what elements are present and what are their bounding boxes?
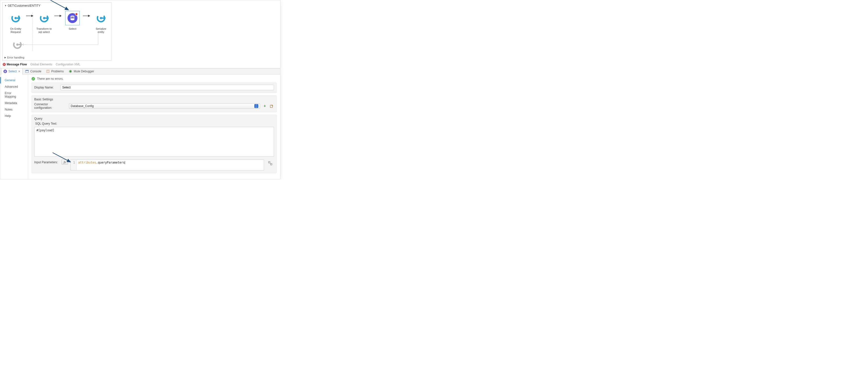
panel-tab-console[interactable]: Console — [23, 68, 43, 75]
svg-point-2 — [14, 17, 17, 19]
flow-arrow — [54, 14, 62, 17]
flow-node-transform-sql[interactable]: Transform to sql select — [36, 11, 53, 34]
fx-button[interactable]: fx — [62, 160, 68, 165]
side-tab-help[interactable]: Help — [0, 113, 28, 119]
code-gutter: 1 — [71, 160, 77, 170]
expand-editor-button[interactable] — [268, 161, 273, 166]
flow-node-label: Select — [69, 27, 76, 31]
svg-point-14 — [100, 17, 102, 19]
panel-tab-select[interactable]: Select ✕ — [1, 68, 23, 75]
sql-query-textarea[interactable]: #[payload] — [34, 127, 274, 156]
error-handling-label: Error handling — [7, 56, 24, 59]
sql-query-label: SQL Query Text: — [35, 122, 274, 126]
flow-node-on-entity-request[interactable]: On Entity Request — [7, 11, 24, 34]
debugger-icon — [69, 70, 72, 73]
flow-node-serialize-entity[interactable]: Serialize entity — [93, 11, 110, 34]
tab-message-flow[interactable]: ✕ Message Flow — [3, 63, 27, 66]
fx-label: fx — [64, 160, 66, 164]
svg-rect-39 — [269, 162, 270, 163]
svg-rect-23 — [4, 72, 6, 72]
edit-icon — [270, 104, 274, 108]
error-indicator-icon: ✕ — [3, 63, 6, 66]
svg-rect-40 — [271, 164, 272, 165]
connector-icon-gray — [12, 39, 22, 50]
flow-arrow — [26, 14, 34, 17]
connector-icon — [11, 13, 21, 24]
error-badge-icon — [75, 13, 78, 15]
panel-tab-problems[interactable]: ! Problems — [44, 68, 66, 75]
flow-node-label: Transform to sql select — [36, 27, 53, 34]
line-number: 1 — [73, 161, 75, 164]
panel-tab-label: Console — [30, 70, 41, 73]
tab-configuration-xml[interactable]: Configuration XML — [56, 63, 80, 66]
flow-return-line — [98, 32, 98, 45]
error-handling-section[interactable]: ▶ Error handling — [2, 55, 111, 61]
svg-rect-22 — [4, 71, 6, 72]
display-name-group: Display Name: — [32, 82, 277, 93]
svg-line-34 — [71, 72, 72, 73]
console-icon — [25, 70, 29, 73]
svg-line-36 — [69, 72, 70, 73]
connector-config-select[interactable]: Database_Config — [69, 103, 260, 109]
connector-icon — [39, 13, 49, 24]
panel-tab-label: Select — [8, 70, 17, 73]
display-name-label: Display Name: — [34, 86, 58, 89]
code-token-attr: attributes — [78, 161, 96, 164]
connector-config-label: Connector configuration: — [34, 103, 66, 109]
svg-text:!: ! — [48, 70, 49, 73]
panel-tab-label: Problems — [51, 70, 64, 73]
tab-global-elements[interactable]: Global Elements — [30, 63, 52, 66]
ok-icon: ✓ — [32, 77, 35, 80]
flow-node-select[interactable]: Select — [64, 11, 81, 31]
add-config-button[interactable]: + — [262, 104, 267, 108]
flow-end-node[interactable] — [12, 40, 22, 49]
connector-icon — [96, 13, 106, 24]
problems-icon: ! — [46, 70, 50, 73]
basic-settings-label: Basic Settings — [34, 98, 274, 101]
flow-node-label: Serialize entity — [93, 27, 110, 34]
svg-point-28 — [69, 70, 71, 72]
panel-tab-label: Mule Debugger — [74, 70, 94, 73]
svg-point-18 — [16, 43, 18, 45]
code-content[interactable]: attributes.queryParameters — [77, 160, 264, 170]
panel-tab-mule-debugger[interactable]: Mule Debugger — [66, 68, 96, 75]
edit-config-button[interactable] — [270, 104, 274, 108]
properties-tabbar: Select ✕ Console ! Problems Mule Debugge… — [0, 68, 280, 75]
flow-canvas: ▼ GET\Customers\ENTITY On Entity Request — [2, 2, 112, 61]
connector-config-value: Database_Config — [71, 104, 94, 108]
flow-title: GET\Customers\ENTITY — [8, 4, 40, 7]
flow-node-label: On Entity Request — [7, 27, 24, 34]
svg-point-6 — [43, 17, 45, 19]
dropdown-icon — [254, 104, 258, 108]
database-tab-icon — [3, 70, 7, 73]
status-text: There are no errors. — [37, 77, 64, 80]
database-icon — [69, 15, 75, 21]
side-tab-advanced[interactable]: Advanced — [0, 83, 28, 90]
properties-form: ✓ There are no errors. Display Name: Bas… — [28, 75, 280, 179]
flow-title-row[interactable]: ▼ GET\Customers\ENTITY — [2, 2, 111, 9]
status-row: ✓ There are no errors. — [32, 77, 277, 80]
flow-arrow — [83, 14, 91, 17]
query-label: Query — [34, 117, 274, 120]
sql-query-value: #[payload] — [36, 129, 54, 132]
input-parameters-label: Input Parameters: — [34, 160, 59, 164]
tab-label: Global Elements — [30, 63, 52, 66]
side-tab-error-mapping[interactable]: Error Mapping — [0, 90, 28, 100]
expand-triangle-icon[interactable]: ▶ — [4, 56, 6, 59]
side-tab-notes[interactable]: Notes — [0, 106, 28, 113]
text-cursor — [125, 161, 125, 164]
side-tab-metadata[interactable]: Metadata — [0, 100, 28, 106]
basic-settings-group: Basic Settings Connector configuration: … — [32, 95, 277, 112]
flow-row: On Entity Request Transform to sql selec… — [2, 9, 111, 34]
tab-label: Message Flow — [7, 63, 27, 66]
display-name-input[interactable] — [61, 85, 274, 90]
input-parameters-editor[interactable]: 1 attributes.queryParameters — [70, 160, 264, 171]
svg-line-33 — [69, 70, 70, 71]
query-group: Query SQL Query Text: #[payload] Input P… — [32, 115, 277, 173]
close-tab-icon[interactable]: ✕ — [18, 70, 20, 73]
side-tab-general[interactable]: General — [0, 77, 28, 83]
flow-editor-tabs: ✕ Message Flow Global Elements Configura… — [0, 62, 280, 68]
properties-panel: General Advanced Error Mapping Metadata … — [0, 75, 280, 179]
svg-rect-25 — [26, 70, 29, 71]
collapse-triangle-icon[interactable]: ▼ — [4, 4, 7, 7]
